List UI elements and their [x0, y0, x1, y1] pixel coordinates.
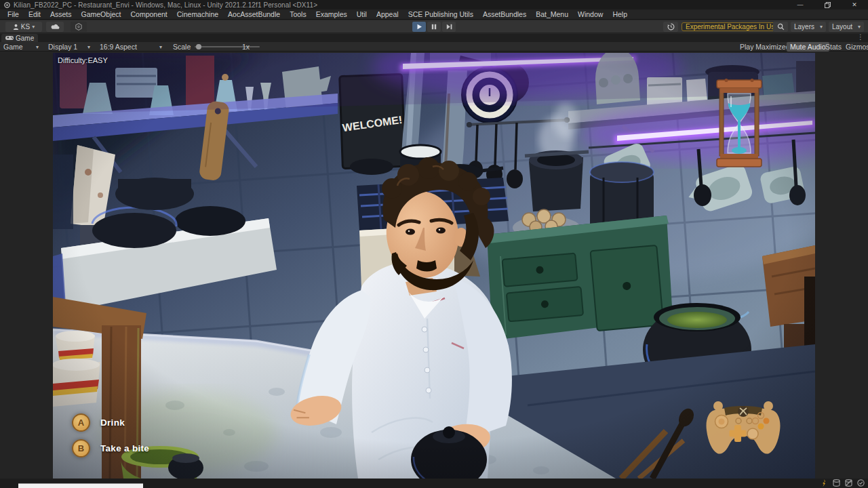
menu-assets[interactable]: Assets [45, 9, 77, 20]
layers-dropdown[interactable]: Layers ▾ [791, 22, 826, 32]
action-prompts: A Drink B Take a bite [72, 413, 149, 458]
step-button[interactable] [442, 22, 456, 32]
display-dropdown[interactable]: Display 1▾ [45, 42, 94, 52]
menu-examples[interactable]: Examples [311, 9, 352, 20]
scale-slider-knob[interactable] [196, 44, 201, 49]
play-icon [416, 24, 422, 30]
difficulty-label: Difficulty:EASY [58, 56, 108, 64]
maximize-icon[interactable] [814, 0, 841, 9]
controller-hint-graphic [703, 395, 784, 460]
prompt-take-a-bite[interactable]: B Take a bite [72, 439, 149, 458]
prompt-drink-label: Drink [100, 418, 125, 428]
search-button[interactable] [773, 22, 788, 32]
history-icon [667, 23, 675, 30]
layout-dropdown[interactable]: Layout ▾ [829, 22, 864, 32]
cache-server-disconnected-icon[interactable] [845, 479, 852, 487]
account-label: KS [21, 23, 30, 30]
close-icon[interactable]: ✕ [841, 0, 868, 9]
chevron-down-icon: ▾ [820, 24, 823, 30]
pause-icon [431, 24, 437, 30]
play-maximized-label: Play Maximized [740, 43, 790, 51]
right-stick-icon [747, 428, 758, 439]
window-title: Kilian_FB2022_PC - Restaurant_Envi - Win… [14, 1, 317, 9]
gizmos-label: Gizmos [846, 43, 868, 51]
account-dropdown[interactable]: KS ▾ [5, 22, 42, 32]
chevron-down-icon: ▾ [36, 44, 39, 50]
scale-label: Scale [173, 43, 191, 51]
search-icon [777, 23, 785, 30]
history-button[interactable] [663, 22, 678, 32]
mute-audio-label: Mute Audio [790, 43, 826, 51]
menu-edit[interactable]: Edit [24, 9, 45, 20]
menu-appeal[interactable]: Appeal [372, 9, 403, 20]
activity-status-icon[interactable] [821, 479, 828, 487]
app-icon [4, 2, 10, 8]
pause-button[interactable] [427, 22, 441, 32]
title-bar: Kilian_FB2022_PC - Restaurant_Envi - Win… [0, 0, 868, 9]
kitchen-scene: WELCOME! [53, 53, 815, 479]
scale-value: 1x [239, 42, 253, 52]
background-window-edge [18, 483, 143, 488]
step-icon [446, 24, 452, 30]
menu-file[interactable]: File [3, 9, 24, 20]
layout-label: Layout [832, 23, 852, 30]
prompt-drink[interactable]: A Drink [72, 413, 149, 432]
package-hexagon-icon [75, 23, 82, 30]
scale-value-label: 1x [242, 43, 250, 51]
experimental-packages-badge[interactable]: Experimental Packages In Use ▾ [682, 22, 788, 31]
menu-sce-publishing-utils[interactable]: SCE Publishing Utils [403, 9, 478, 20]
tab-game[interactable]: Game [1, 34, 38, 42]
chevron-down-icon: ▾ [858, 24, 861, 30]
game-control-bar: Game▾ Display 1▾ 16:9 Aspect▾ Scale 1x P… [0, 42, 868, 52]
play-button[interactable] [412, 22, 426, 32]
display-mode-dropdown[interactable]: Game▾ [0, 42, 42, 52]
gamepad-icon [5, 35, 14, 41]
stats-label: Stats [825, 43, 842, 51]
main-toolbar: KS ▾ Experimental Packages In Use ▾ [0, 20, 868, 33]
prompt-take-a-bite-label: Take a bite [100, 443, 149, 453]
minimize-icon[interactable]: — [787, 0, 814, 9]
layers-label: Layers [794, 23, 814, 30]
stats-toggle[interactable]: Stats [822, 42, 845, 52]
hourglass-timer [709, 79, 770, 168]
account-icon [13, 24, 19, 30]
menu-util[interactable]: Util [352, 9, 372, 20]
menu-aocassetbundle[interactable]: AocAssetBundle [223, 9, 285, 20]
aspect-dropdown[interactable]: 16:9 Aspect▾ [96, 42, 165, 52]
gamepad-b-button-icon: B [72, 439, 90, 458]
tab-game-label: Game [16, 35, 34, 42]
menu-help[interactable]: Help [608, 9, 632, 20]
chevron-down-icon: ▾ [32, 24, 35, 30]
display-label: Display 1 [48, 43, 77, 51]
experimental-packages-label: Experimental Packages In Use [686, 23, 778, 30]
status-bar [0, 479, 868, 488]
gizmos-dropdown[interactable]: Gizmos▾ [842, 42, 868, 52]
chevron-down-icon: ▾ [159, 44, 162, 50]
menu-tools[interactable]: Tools [285, 9, 311, 20]
kebab-menu-icon[interactable]: ⋮ [857, 33, 864, 41]
menu-cinemachine[interactable]: Cinemachine [172, 9, 223, 20]
play-controls [412, 22, 456, 32]
background-tasks-icon[interactable] [857, 479, 865, 487]
menu-bat-menu[interactable]: Bat_Menu [531, 9, 573, 20]
chevron-down-icon: ▾ [87, 44, 90, 50]
tab-strip: Game ⋮ [0, 34, 868, 42]
game-viewport[interactable]: WELCOME! [53, 53, 815, 479]
menu-bar: File Edit Assets GameObject Component Ci… [0, 9, 868, 20]
menu-gameobject[interactable]: GameObject [77, 9, 126, 20]
vignette [53, 53, 815, 479]
cloud-button[interactable] [46, 22, 64, 32]
cache-server-icon[interactable] [833, 479, 840, 487]
viewport-area: WELCOME! [0, 52, 868, 479]
unity-editor-window: Kilian_FB2022_PC - Restaurant_Envi - Win… [0, 0, 868, 488]
display-mode-label: Game [3, 43, 23, 51]
menu-assetbundles[interactable]: AssetBundles [478, 9, 531, 20]
gamepad-a-button-icon: A [72, 413, 90, 432]
cloud-icon [51, 24, 60, 30]
menu-component[interactable]: Component [125, 9, 172, 20]
aspect-label: 16:9 Aspect [100, 43, 137, 51]
version-control-button[interactable] [71, 22, 87, 32]
menu-window[interactable]: Window [573, 9, 608, 20]
